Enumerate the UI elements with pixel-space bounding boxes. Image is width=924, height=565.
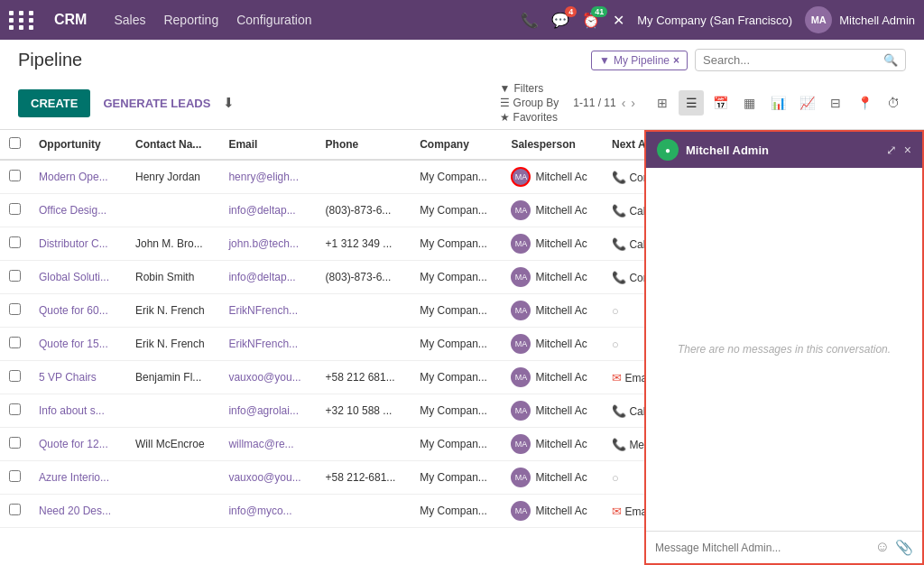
- map-icon[interactable]: 📍: [852, 90, 877, 116]
- app-grid-icon[interactable]: [9, 11, 36, 30]
- chat-expand-icon[interactable]: ⤢: [886, 143, 897, 157]
- company-cell: My Compan...: [411, 227, 502, 261]
- create-button[interactable]: CREATE: [18, 89, 90, 117]
- row-checkbox[interactable]: [9, 337, 21, 348]
- download-button[interactable]: ⬇: [223, 95, 235, 111]
- messages-icon[interactable]: 💬 4: [551, 12, 569, 29]
- header-salesperson[interactable]: Salesperson: [502, 130, 603, 160]
- row-checkbox[interactable]: [9, 203, 21, 215]
- clock-icon[interactable]: ⏱: [881, 90, 906, 116]
- row-checkbox[interactable]: [9, 370, 21, 382]
- search-input[interactable]: [703, 53, 883, 67]
- no-activity-icon: ○: [612, 338, 619, 351]
- grid-view-icon[interactable]: ▦: [736, 90, 762, 116]
- header-company[interactable]: Company: [411, 130, 502, 160]
- company-cell: My Compan...: [411, 394, 502, 428]
- email-cell[interactable]: info@myco...: [219, 495, 316, 528]
- phone-icon[interactable]: 📞: [521, 12, 539, 29]
- salesperson-cell: MA Mitchell Ac: [502, 328, 603, 361]
- chat-panel: ● Mitchell Admin ⤢ × There are no messag…: [644, 130, 924, 565]
- filters-button[interactable]: ▼ Filters: [500, 82, 559, 95]
- email-cell[interactable]: john.b@tech...: [219, 227, 316, 261]
- opportunity-cell[interactable]: Quote for 60...: [30, 294, 126, 328]
- opportunity-cell[interactable]: 5 VP Chairs: [30, 361, 126, 394]
- row-checkbox[interactable]: [9, 470, 21, 482]
- menu-sales[interactable]: Sales: [114, 13, 145, 27]
- opportunity-cell[interactable]: Info about s...: [30, 394, 126, 428]
- salesperson-cell: MA Mitchell Ac: [502, 461, 603, 495]
- list-view-icon[interactable]: ☰: [679, 90, 704, 116]
- phone-cell: +58 212-681...: [317, 461, 411, 495]
- activity-icon[interactable]: ⏰ 41: [582, 12, 600, 29]
- favorites-button[interactable]: ★ Favorites: [500, 111, 559, 124]
- chat-footer[interactable]: ☺ 📎: [646, 531, 922, 563]
- chat-empty-message: There are no messages in this conversati…: [678, 343, 891, 356]
- email-activity-icon: ✉: [612, 505, 622, 518]
- company-cell: My Compan...: [411, 261, 502, 294]
- company-cell: My Compan...: [411, 428, 502, 461]
- my-pipeline-filter[interactable]: ▼ My Pipeline ×: [591, 51, 688, 70]
- email-cell[interactable]: willmac@re...: [219, 428, 316, 461]
- email-cell[interactable]: vauxoo@you...: [219, 461, 316, 495]
- select-all-checkbox[interactable]: [9, 137, 21, 149]
- attachment-icon[interactable]: 📎: [895, 539, 913, 556]
- app-name[interactable]: CRM: [54, 12, 87, 28]
- header-phone[interactable]: Phone: [317, 130, 411, 160]
- line-chart-icon[interactable]: 📈: [794, 90, 819, 116]
- row-checkbox[interactable]: [9, 437, 21, 449]
- kanban-view-icon[interactable]: ⊞: [650, 90, 675, 116]
- search-bar[interactable]: 🔍: [695, 49, 906, 71]
- email-cell[interactable]: henry@eligh...: [219, 160, 316, 194]
- row-checkbox[interactable]: [9, 303, 21, 315]
- opportunity-cell[interactable]: Global Soluti...: [30, 261, 126, 294]
- filter-remove-icon[interactable]: ×: [673, 54, 679, 67]
- menu-reporting[interactable]: Reporting: [163, 13, 218, 27]
- contact-cell: John M. Bro...: [126, 227, 219, 261]
- email-cell[interactable]: info@deltap...: [219, 194, 316, 227]
- email-cell[interactable]: ErikNFrench...: [219, 328, 316, 361]
- email-cell[interactable]: info@agrolai...: [219, 394, 316, 428]
- menu-configuration[interactable]: Configuration: [236, 13, 311, 27]
- filter-tag-label: My Pipeline: [614, 54, 670, 67]
- salesperson-name: Mitchell Ac: [535, 438, 587, 450]
- search-icon[interactable]: 🔍: [883, 53, 898, 67]
- header-email[interactable]: Email: [219, 130, 316, 160]
- header-opportunity[interactable]: Opportunity: [30, 130, 126, 160]
- opportunity-cell[interactable]: Distributor C...: [30, 227, 126, 261]
- user-menu[interactable]: MA Mitchell Admin: [805, 6, 915, 33]
- opportunity-cell[interactable]: Azure Interio...: [30, 461, 126, 495]
- row-checkbox[interactable]: [9, 504, 21, 515]
- groupby-button[interactable]: ☰ Group By: [500, 97, 559, 109]
- opportunity-cell[interactable]: Office Desig...: [30, 194, 126, 227]
- salesperson-name: Mitchell Ac: [535, 171, 587, 183]
- header-contact[interactable]: Contact Na...: [126, 130, 219, 160]
- no-activity-icon: ○: [612, 471, 619, 485]
- star-icon: ★: [500, 111, 510, 124]
- row-checkbox[interactable]: [9, 403, 21, 415]
- pivot-icon[interactable]: ⊟: [823, 90, 848, 116]
- row-checkbox[interactable]: [9, 236, 21, 248]
- calendar-view-icon[interactable]: 📅: [707, 90, 733, 116]
- opportunity-cell[interactable]: Quote for 12...: [30, 428, 126, 461]
- email-cell[interactable]: ErikNFrench...: [219, 294, 316, 328]
- emoji-icon[interactable]: ☺: [875, 539, 890, 556]
- opportunity-cell[interactable]: Modern Ope...: [30, 160, 126, 194]
- settings-icon[interactable]: ✕: [613, 12, 624, 29]
- generate-leads-button[interactable]: GENERATE LEADS: [103, 97, 210, 110]
- email-cell[interactable]: info@deltap...: [219, 261, 316, 294]
- chat-close-icon[interactable]: ×: [904, 143, 911, 157]
- next-page-button[interactable]: ›: [631, 96, 635, 110]
- row-checkbox[interactable]: [9, 270, 21, 282]
- phone-cell: (803)-873-6...: [317, 261, 411, 294]
- company-cell: My Compan...: [411, 194, 502, 227]
- opportunity-cell[interactable]: Need 20 Des...: [30, 495, 126, 528]
- row-checkbox[interactable]: [9, 170, 21, 181]
- pagination: 1-11 / 11 ‹ ›: [573, 96, 635, 110]
- salesperson-avatar: MA: [511, 267, 531, 287]
- prev-page-button[interactable]: ‹: [622, 96, 626, 110]
- chat-input[interactable]: [655, 542, 868, 554]
- company-name: My Company (San Francisco): [637, 14, 792, 27]
- email-cell[interactable]: vauxoo@you...: [219, 361, 316, 394]
- opportunity-cell[interactable]: Quote for 15...: [30, 328, 126, 361]
- bar-chart-icon[interactable]: 📊: [765, 90, 790, 116]
